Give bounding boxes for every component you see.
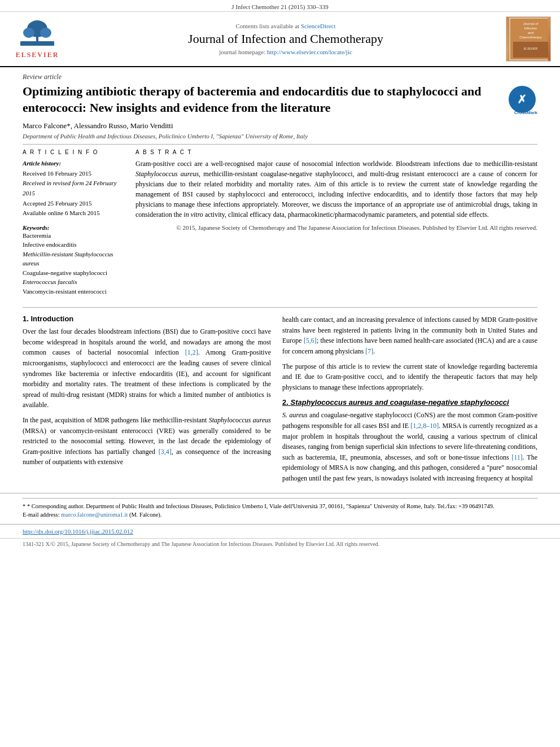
sciencedirect-line: Contents lists available at ScienceDirec… bbox=[65, 23, 506, 29]
info-abstract-section: A R T I C L E I N F O Article history: R… bbox=[23, 149, 537, 296]
history-label: Article history: bbox=[23, 159, 124, 169]
journal-homepage: journal homepage: http://www.elsevier.co… bbox=[65, 49, 506, 55]
cover-image-icon: Journal of Infection and Chemotherapy EL… bbox=[509, 17, 548, 61]
divider-1 bbox=[23, 144, 537, 145]
crossmark-icon: ✗ bbox=[509, 86, 536, 113]
homepage-link[interactable]: http://www.elsevier.com/locate/jic bbox=[267, 49, 352, 55]
sciencedirect-link[interactable]: ScienceDirect bbox=[301, 23, 336, 29]
revised-date: Received in revised form 24 February 201… bbox=[23, 178, 124, 198]
body-left-col: 1. Introduction Over the last four decad… bbox=[23, 314, 271, 488]
keyword-2: Infective endocarditis bbox=[23, 240, 124, 250]
keywords-section: Keywords: Bacteremia Infective endocardi… bbox=[23, 224, 124, 296]
journal-cover: Journal of Infection and Chemotherapy EL… bbox=[506, 16, 551, 62]
article-info-col: A R T I C L E I N F O Article history: R… bbox=[23, 149, 124, 296]
section2-block: 2. Staphylococcus aureus and coagulase-n… bbox=[282, 398, 537, 483]
intro-section-title: 1. Introduction bbox=[23, 314, 271, 323]
journal-center: Contents lists available at ScienceDirec… bbox=[65, 23, 506, 55]
doi-bar: http://dx.doi.org/10.1016/j.jjiac.2015.0… bbox=[0, 524, 560, 538]
article-title: Optimizing antibiotic therapy of bactere… bbox=[23, 84, 537, 116]
elsevier-tree-icon bbox=[18, 19, 57, 50]
svg-text:Chemotherapy: Chemotherapy bbox=[519, 36, 541, 39]
footnote-email: E-mail address: marco.falcone@uniroma1.i… bbox=[23, 510, 537, 519]
article-info-heading: A R T I C L E I N F O bbox=[23, 149, 124, 155]
bottom-copyright: 1341-321 X/© 2015, Japanese Society of C… bbox=[23, 541, 379, 547]
elsevier-logo: ELSEVIER bbox=[9, 19, 65, 59]
article-type: Review article bbox=[23, 73, 537, 81]
citation-bar: J Infect Chemother 21 (2015) 330–339 bbox=[0, 0, 560, 12]
elsevier-label: ELSEVIER bbox=[16, 51, 59, 59]
bottom-bar: 1341-321 X/© 2015, Japanese Society of C… bbox=[0, 538, 560, 549]
svg-text:and: and bbox=[528, 31, 533, 34]
svg-text:Journal of: Journal of bbox=[523, 22, 539, 25]
abstract-heading: A B S T R A C T bbox=[135, 149, 537, 155]
available-date: Available online 6 March 2015 bbox=[23, 208, 124, 219]
footnotes: * * Corresponding author. Department of … bbox=[0, 493, 560, 525]
journal-title: Journal of Infection and Chemotherapy bbox=[65, 32, 506, 46]
copyright-text: © 2015, Japanese Society of Chemotherapy… bbox=[135, 223, 537, 233]
doi-link[interactable]: http://dx.doi.org/10.1016/j.jjiac.2015.0… bbox=[23, 528, 133, 535]
article-history: Article history: Received 16 February 20… bbox=[23, 159, 124, 219]
crossmark-badge: ✗ CrossMark bbox=[506, 84, 537, 115]
keyword-6: Vancomycin-resistant enterococci bbox=[23, 287, 124, 296]
body-content: 1. Introduction Over the last four decad… bbox=[0, 314, 560, 488]
accepted-date: Accepted 25 February 2015 bbox=[23, 199, 124, 209]
keyword-5: Enterococcus faecalis bbox=[23, 277, 124, 287]
svg-text:Infection: Infection bbox=[524, 27, 537, 30]
authors: Marco Falcone*, Alessandro Russo, Mario … bbox=[23, 121, 537, 130]
divider-2 bbox=[23, 307, 537, 308]
keyword-3: Methicillin-resistant Staphylococcus aur… bbox=[23, 250, 124, 268]
svg-rect-2 bbox=[36, 29, 38, 41]
keyword-1: Bacteremia bbox=[23, 231, 124, 241]
intro-text: Over the last four decades bloodstream i… bbox=[23, 326, 271, 468]
keywords-label: Keywords: bbox=[23, 224, 124, 231]
main-content: Review article Optimizing antibiotic the… bbox=[0, 67, 560, 302]
citation-text: J Infect Chemother 21 (2015) 330–339 bbox=[231, 3, 328, 10]
journal-header: ELSEVIER Contents lists available at Sci… bbox=[0, 12, 560, 67]
abstract-text: Gram-positive cocci are a well-recognise… bbox=[135, 159, 537, 233]
svg-point-3 bbox=[23, 28, 34, 38]
page: J Infect Chemother 21 (2015) 330–339 ELS… bbox=[0, 0, 560, 747]
right-intro-text: health care contact, and an increasing p… bbox=[282, 314, 537, 392]
section2-title: 2. Staphylococcus aureus and coagulase-n… bbox=[282, 398, 537, 407]
abstract-col: A B S T R A C T Gram-positive cocci are … bbox=[135, 149, 537, 296]
affiliation: Department of Public Health and Infectio… bbox=[23, 133, 537, 139]
body-right-col: health care contact, and an increasing p… bbox=[282, 314, 537, 488]
svg-text:ELSEVIER: ELSEVIER bbox=[524, 47, 538, 50]
keyword-4: Coagulase-negative staphylococci bbox=[23, 268, 124, 278]
email-link[interactable]: marco.falcone@uniroma1.it bbox=[61, 512, 128, 518]
section2-text: S. aureus and coagulase-negative staphyl… bbox=[282, 410, 537, 483]
footnote-star: * * Corresponding author. Department of … bbox=[23, 502, 537, 511]
svg-rect-0 bbox=[20, 41, 54, 46]
svg-point-4 bbox=[40, 28, 51, 38]
received-date: Received 16 February 2015 bbox=[23, 169, 124, 179]
